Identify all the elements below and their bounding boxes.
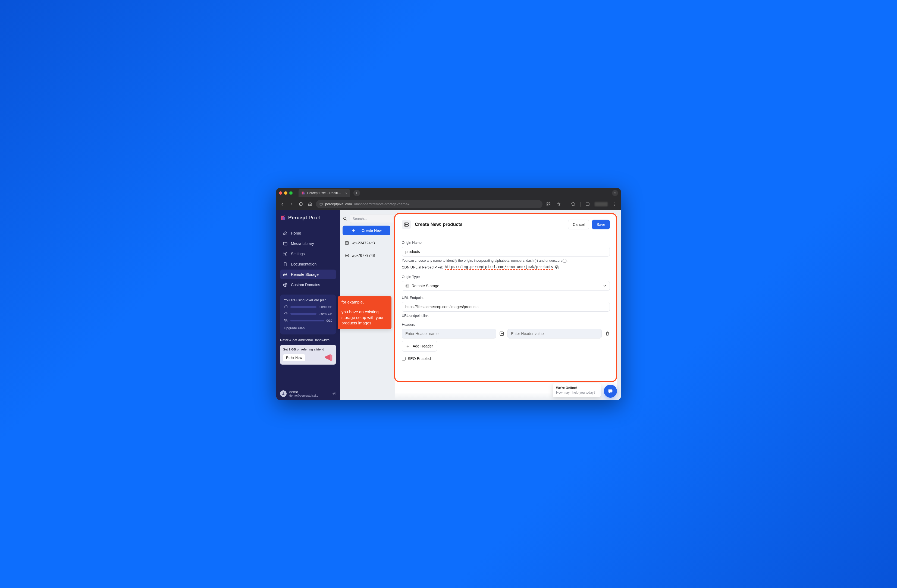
trash-icon[interactable] bbox=[605, 331, 610, 336]
header-value-input[interactable] bbox=[507, 329, 602, 339]
tab-strip: Percept Pixel - Realtime Ima… × + bbox=[276, 188, 621, 198]
sidebar-item-custom-domains[interactable]: Custom Domains bbox=[280, 280, 336, 290]
upload-cloud-icon bbox=[284, 305, 288, 309]
refer-now-button[interactable]: Refer Now bbox=[283, 354, 305, 361]
header-name-input[interactable] bbox=[402, 329, 496, 339]
svg-rect-2 bbox=[549, 203, 550, 204]
chat-icon bbox=[608, 388, 614, 394]
reload-icon[interactable] bbox=[297, 201, 304, 208]
sidebar-item-settings[interactable]: Settings bbox=[280, 249, 336, 259]
url-host: perceptpixel.com bbox=[325, 202, 352, 206]
sidebar-item-home[interactable]: Home bbox=[280, 228, 336, 238]
cancel-button[interactable]: Cancel bbox=[568, 220, 589, 229]
chat-popover[interactable]: We're Online! How may I help you today? bbox=[553, 383, 601, 397]
origin-name-hint: You can choose any name to identify the … bbox=[402, 259, 610, 263]
browser-tab[interactable]: Percept Pixel - Realtime Ima… × bbox=[298, 189, 350, 197]
close-window-dot[interactable] bbox=[279, 191, 282, 195]
origin-type-label: Origin Type bbox=[402, 275, 610, 279]
copy-icon[interactable] bbox=[555, 265, 560, 270]
svg-rect-3 bbox=[547, 205, 548, 206]
server-icon bbox=[345, 241, 349, 245]
separator bbox=[566, 202, 566, 206]
create-new-button[interactable]: Create New bbox=[343, 226, 390, 235]
site-settings-icon bbox=[319, 202, 323, 206]
seo-enabled-label: SEO Enabled bbox=[408, 356, 431, 361]
server-icon bbox=[402, 220, 411, 229]
sidebar-item-media-library[interactable]: Media Library bbox=[280, 238, 336, 248]
chevron-down-icon bbox=[603, 284, 606, 288]
extensions-icon[interactable] bbox=[570, 201, 576, 208]
divider bbox=[395, 235, 617, 235]
folder-icon bbox=[283, 241, 288, 246]
transform-icon bbox=[284, 318, 288, 322]
home-icon bbox=[283, 231, 288, 236]
kebab-menu-icon[interactable] bbox=[611, 201, 618, 208]
maximize-window-dot[interactable] bbox=[289, 191, 292, 195]
origin-name-input[interactable] bbox=[402, 247, 610, 257]
avatar[interactable] bbox=[280, 390, 286, 397]
arrow-right-box-icon bbox=[499, 331, 504, 336]
svg-point-38 bbox=[611, 391, 611, 391]
svg-rect-27 bbox=[404, 225, 409, 226]
minimize-window-dot[interactable] bbox=[284, 191, 288, 195]
svg-point-28 bbox=[405, 223, 406, 224]
logo-text: Percept Pixel bbox=[288, 215, 320, 221]
seo-enabled-checkbox[interactable] bbox=[402, 357, 406, 360]
tabs-menu-button[interactable] bbox=[612, 190, 618, 196]
svg-point-39 bbox=[611, 391, 612, 391]
origin-name: wp-76779748 bbox=[352, 253, 375, 258]
logo-icon bbox=[280, 215, 286, 221]
plan-row-count: 0/10 bbox=[284, 318, 332, 322]
sidebar-item-documentation[interactable]: Documentation bbox=[280, 259, 336, 269]
close-tab-icon[interactable]: × bbox=[345, 191, 347, 195]
svg-rect-19 bbox=[345, 243, 349, 244]
origins-column: Create New wp-234724e3 wp-76779748 for e… bbox=[340, 210, 393, 400]
logout-icon[interactable] bbox=[332, 391, 336, 396]
origin-list-item[interactable]: wp-76779748 bbox=[343, 250, 390, 260]
logo[interactable]: Percept Pixel bbox=[280, 215, 336, 221]
save-button[interactable]: Save bbox=[592, 220, 610, 229]
svg-point-17 bbox=[344, 217, 346, 220]
svg-point-9 bbox=[285, 253, 286, 255]
url-path: /dashboard/remote-storage?name= bbox=[354, 202, 409, 206]
sidepanel-icon[interactable] bbox=[584, 201, 591, 208]
refer-card: Get 2 GB on referring a friend Refer Now bbox=[280, 345, 336, 365]
sidebar-item-remote-storage[interactable]: Remote Storage bbox=[280, 270, 336, 279]
server-icon bbox=[405, 284, 409, 288]
sidebar: Percept Pixel Home Media Library Setting… bbox=[276, 210, 340, 400]
svg-point-7 bbox=[614, 205, 615, 206]
forward-icon[interactable] bbox=[288, 201, 295, 208]
chat-fab-button[interactable] bbox=[604, 385, 617, 398]
svg-rect-4 bbox=[586, 203, 589, 206]
plan-value: 0.0/50 GB bbox=[318, 312, 332, 315]
profile-blurred[interactable] bbox=[595, 202, 608, 206]
user-name: demo bbox=[289, 390, 318, 394]
cdn-url-value: https://img.perceptpixel.com/demo-xmokjp… bbox=[445, 265, 553, 270]
address-bar[interactable]: perceptpixel.com/dashboard/remote-storag… bbox=[316, 200, 542, 208]
origin-type-value: Remote Storage bbox=[412, 284, 439, 288]
add-header-button[interactable]: Add Header bbox=[402, 341, 437, 351]
home-icon[interactable] bbox=[307, 201, 313, 208]
origin-list-item[interactable]: wp-234724e3 bbox=[343, 238, 390, 248]
qr-icon[interactable] bbox=[545, 201, 552, 208]
cdn-url-label: CDN URL at PerceptPixel: bbox=[402, 265, 443, 269]
origin-name: wp-234724e3 bbox=[352, 241, 375, 245]
upgrade-plan-link[interactable]: Upgrade Plan bbox=[284, 326, 332, 330]
user-footer: demo demo@perceptpixel.c bbox=[280, 390, 336, 397]
refer-blurb: Get 2 GB on referring a friend bbox=[283, 347, 333, 351]
url-endpoint-label: URL Endpoint bbox=[402, 296, 610, 300]
origin-type-select[interactable]: Remote Storage bbox=[402, 281, 610, 291]
sidebar-item-label: Media Library bbox=[291, 241, 314, 246]
url-endpoint-input[interactable] bbox=[402, 302, 610, 312]
new-tab-button[interactable]: + bbox=[354, 190, 360, 196]
bookmark-icon[interactable] bbox=[556, 201, 562, 208]
create-origin-panel: Create New: products Cancel Save Origin … bbox=[395, 214, 617, 400]
progress-bar bbox=[291, 313, 317, 315]
back-icon[interactable] bbox=[279, 201, 286, 208]
document-icon bbox=[283, 262, 288, 267]
tab-title: Percept Pixel - Realtime Ima… bbox=[307, 191, 341, 195]
plus-icon bbox=[351, 228, 355, 233]
plan-row-upload: 0.0/10 GB bbox=[284, 305, 332, 309]
create-new-label: Create New bbox=[361, 228, 382, 233]
headers-label: Headers bbox=[402, 322, 610, 327]
